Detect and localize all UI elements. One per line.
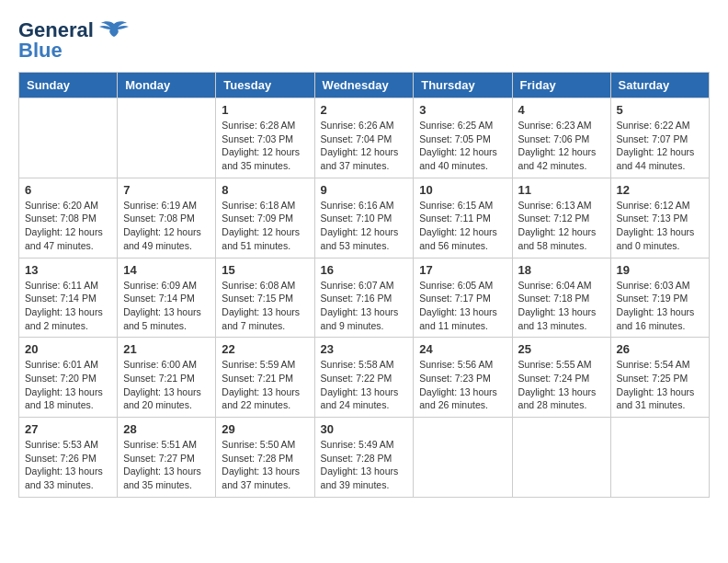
day-info: Sunrise: 6:18 AMSunset: 7:09 PMDaylight:… [222, 199, 308, 253]
day-info: Sunrise: 6:04 AMSunset: 7:18 PMDaylight:… [518, 279, 605, 333]
calendar-cell: 20Sunrise: 6:01 AMSunset: 7:20 PMDayligh… [19, 338, 118, 418]
calendar-cell: 5Sunrise: 6:22 AMSunset: 7:07 PMDaylight… [610, 98, 709, 178]
calendar-cell: 8Sunrise: 6:18 AMSunset: 7:09 PMDaylight… [216, 178, 314, 258]
day-info: Sunrise: 5:51 AMSunset: 7:27 PMDaylight:… [123, 438, 210, 492]
calendar-cell: 21Sunrise: 6:00 AMSunset: 7:21 PMDayligh… [118, 338, 216, 418]
day-info: Sunrise: 6:25 AMSunset: 7:05 PMDaylight:… [419, 119, 506, 173]
day-info: Sunrise: 6:03 AMSunset: 7:19 PMDaylight:… [617, 279, 703, 333]
header: General Blue [18, 18, 710, 63]
day-number: 4 [518, 103, 605, 117]
calendar-cell: 16Sunrise: 6:07 AMSunset: 7:16 PMDayligh… [314, 258, 414, 338]
calendar-cell: 14Sunrise: 6:09 AMSunset: 7:14 PMDayligh… [118, 258, 216, 338]
calendar-cell: 7Sunrise: 6:19 AMSunset: 7:08 PMDaylight… [118, 178, 216, 258]
day-number: 19 [617, 263, 703, 277]
day-number: 18 [518, 263, 605, 277]
calendar-cell: 23Sunrise: 5:58 AMSunset: 7:22 PMDayligh… [314, 338, 414, 418]
calendar-table: SundayMondayTuesdayWednesdayThursdayFrid… [18, 72, 710, 498]
calendar-cell: 15Sunrise: 6:08 AMSunset: 7:15 PMDayligh… [216, 258, 314, 338]
day-number: 24 [419, 342, 506, 356]
day-number: 10 [419, 183, 506, 197]
day-number: 22 [222, 342, 308, 356]
calendar-week-1: 1Sunrise: 6:28 AMSunset: 7:03 PMDaylight… [19, 98, 710, 178]
calendar-cell: 9Sunrise: 6:16 AMSunset: 7:10 PMDaylight… [314, 178, 414, 258]
day-info: Sunrise: 5:58 AMSunset: 7:22 PMDaylight:… [321, 358, 408, 412]
calendar-week-5: 27Sunrise: 5:53 AMSunset: 7:26 PMDayligh… [19, 418, 710, 498]
day-number: 6 [25, 183, 111, 197]
calendar-cell: 19Sunrise: 6:03 AMSunset: 7:19 PMDayligh… [610, 258, 709, 338]
weekday-header-thursday: Thursday [414, 73, 512, 98]
day-number: 14 [123, 263, 210, 277]
day-number: 25 [518, 342, 605, 356]
calendar-cell [414, 418, 512, 498]
day-info: Sunrise: 6:22 AMSunset: 7:07 PMDaylight:… [617, 119, 703, 173]
day-number: 17 [419, 263, 506, 277]
day-info: Sunrise: 5:50 AMSunset: 7:28 PMDaylight:… [222, 438, 308, 492]
weekday-header-tuesday: Tuesday [216, 73, 314, 98]
day-number: 7 [123, 183, 210, 197]
calendar-cell: 11Sunrise: 6:13 AMSunset: 7:12 PMDayligh… [512, 178, 610, 258]
logo-text-blue: Blue [18, 39, 63, 63]
calendar-week-3: 13Sunrise: 6:11 AMSunset: 7:14 PMDayligh… [19, 258, 710, 338]
day-info: Sunrise: 5:55 AMSunset: 7:24 PMDaylight:… [518, 358, 605, 412]
calendar-cell: 2Sunrise: 6:26 AMSunset: 7:04 PMDaylight… [314, 98, 414, 178]
calendar-week-4: 20Sunrise: 6:01 AMSunset: 7:20 PMDayligh… [19, 338, 710, 418]
day-number: 30 [321, 422, 408, 436]
calendar-cell [610, 418, 709, 498]
calendar-cell: 12Sunrise: 6:12 AMSunset: 7:13 PMDayligh… [610, 178, 709, 258]
day-info: Sunrise: 6:28 AMSunset: 7:03 PMDaylight:… [222, 119, 308, 173]
calendar-week-2: 6Sunrise: 6:20 AMSunset: 7:08 PMDaylight… [19, 178, 710, 258]
logo-bird-icon [99, 20, 129, 40]
calendar-cell: 22Sunrise: 5:59 AMSunset: 7:21 PMDayligh… [216, 338, 314, 418]
day-number: 13 [25, 263, 111, 277]
day-number: 27 [25, 422, 111, 436]
day-info: Sunrise: 6:00 AMSunset: 7:21 PMDaylight:… [123, 358, 210, 412]
day-info: Sunrise: 6:08 AMSunset: 7:15 PMDaylight:… [222, 279, 308, 333]
day-info: Sunrise: 5:53 AMSunset: 7:26 PMDaylight:… [25, 438, 111, 492]
day-info: Sunrise: 6:23 AMSunset: 7:06 PMDaylight:… [518, 119, 605, 173]
day-info: Sunrise: 5:59 AMSunset: 7:21 PMDaylight:… [222, 358, 308, 412]
weekday-header-monday: Monday [118, 73, 216, 98]
calendar-cell: 30Sunrise: 5:49 AMSunset: 7:28 PMDayligh… [314, 418, 414, 498]
calendar-cell: 1Sunrise: 6:28 AMSunset: 7:03 PMDaylight… [216, 98, 314, 178]
day-info: Sunrise: 6:26 AMSunset: 7:04 PMDaylight:… [321, 119, 408, 173]
day-number: 23 [321, 342, 408, 356]
calendar-cell [512, 418, 610, 498]
day-info: Sunrise: 6:13 AMSunset: 7:12 PMDaylight:… [518, 199, 605, 253]
day-number: 8 [222, 183, 308, 197]
day-number: 29 [222, 422, 308, 436]
day-info: Sunrise: 6:07 AMSunset: 7:16 PMDaylight:… [321, 279, 408, 333]
day-info: Sunrise: 6:16 AMSunset: 7:10 PMDaylight:… [321, 199, 408, 253]
calendar-cell: 29Sunrise: 5:50 AMSunset: 7:28 PMDayligh… [216, 418, 314, 498]
calendar-cell: 24Sunrise: 5:56 AMSunset: 7:23 PMDayligh… [414, 338, 512, 418]
day-number: 21 [123, 342, 210, 356]
day-number: 9 [321, 183, 408, 197]
day-number: 26 [617, 342, 703, 356]
day-number: 2 [321, 103, 408, 117]
weekday-header-row: SundayMondayTuesdayWednesdayThursdayFrid… [19, 73, 710, 98]
day-number: 3 [419, 103, 506, 117]
calendar-cell [19, 98, 118, 178]
calendar-cell: 18Sunrise: 6:04 AMSunset: 7:18 PMDayligh… [512, 258, 610, 338]
day-number: 12 [617, 183, 703, 197]
calendar-cell: 6Sunrise: 6:20 AMSunset: 7:08 PMDaylight… [19, 178, 118, 258]
day-number: 20 [25, 342, 111, 356]
weekday-header-wednesday: Wednesday [314, 73, 414, 98]
calendar-cell: 13Sunrise: 6:11 AMSunset: 7:14 PMDayligh… [19, 258, 118, 338]
day-info: Sunrise: 5:56 AMSunset: 7:23 PMDaylight:… [419, 358, 506, 412]
calendar-cell: 26Sunrise: 5:54 AMSunset: 7:25 PMDayligh… [610, 338, 709, 418]
calendar-cell: 25Sunrise: 5:55 AMSunset: 7:24 PMDayligh… [512, 338, 610, 418]
day-info: Sunrise: 6:12 AMSunset: 7:13 PMDaylight:… [617, 199, 703, 253]
day-info: Sunrise: 6:05 AMSunset: 7:17 PMDaylight:… [419, 279, 506, 333]
day-number: 15 [222, 263, 308, 277]
day-number: 11 [518, 183, 605, 197]
weekday-header-sunday: Sunday [19, 73, 118, 98]
calendar-cell: 4Sunrise: 6:23 AMSunset: 7:06 PMDaylight… [512, 98, 610, 178]
logo: General Blue [18, 18, 129, 63]
calendar-cell: 3Sunrise: 6:25 AMSunset: 7:05 PMDaylight… [414, 98, 512, 178]
calendar-cell: 17Sunrise: 6:05 AMSunset: 7:17 PMDayligh… [414, 258, 512, 338]
calendar-cell: 28Sunrise: 5:51 AMSunset: 7:27 PMDayligh… [118, 418, 216, 498]
day-number: 5 [617, 103, 703, 117]
calendar-cell: 27Sunrise: 5:53 AMSunset: 7:26 PMDayligh… [19, 418, 118, 498]
weekday-header-friday: Friday [512, 73, 610, 98]
day-info: Sunrise: 5:49 AMSunset: 7:28 PMDaylight:… [321, 438, 408, 492]
